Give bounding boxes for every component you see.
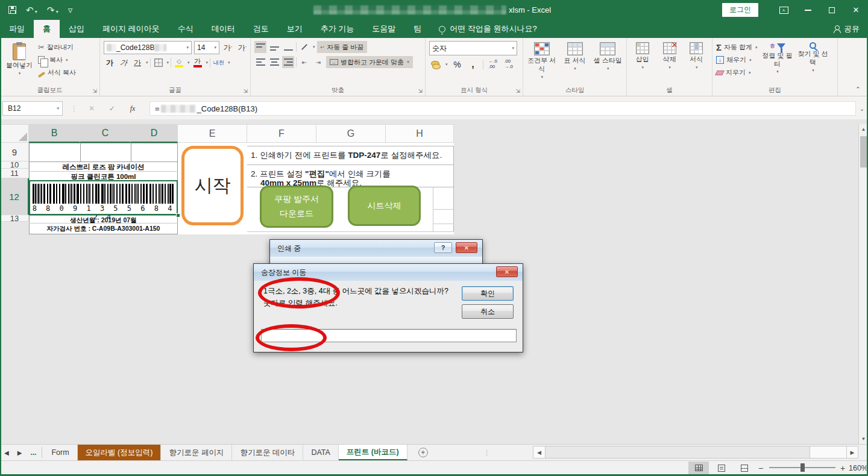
minimize-button[interactable] <box>796 0 820 20</box>
paste-button[interactable]: 붙여넣기▾ <box>4 42 35 77</box>
clipboard-dialog-launcher[interactable]: ⇲ <box>92 88 97 94</box>
cell-styles-button[interactable]: 셀 스타일▾ <box>593 41 623 72</box>
font-name-combo[interactable]: _Code128B ▾ <box>104 41 192 54</box>
bold-button[interactable]: 가 <box>104 57 116 69</box>
coupang-download-button[interactable]: 쿠팡 발주서 다운로드 <box>260 186 333 228</box>
ribbon-display-options-button[interactable]: ˄ <box>772 0 796 20</box>
tab-file[interactable]: 파일 <box>0 20 34 38</box>
row-header-10[interactable]: 10 <box>0 161 29 169</box>
horizontal-scrollbar[interactable]: ◀ ▶ <box>533 446 858 459</box>
tell-me-box[interactable]: 어떤 작업을 원하시나요? <box>430 20 545 38</box>
save-icon[interactable] <box>8 6 16 14</box>
grow-font-button[interactable]: 가ˆ <box>222 42 234 54</box>
font-dialog-launcher[interactable]: ⇲ <box>243 88 248 94</box>
printing-help-button[interactable]: ? <box>434 242 452 253</box>
row-header-9[interactable]: 9 <box>0 143 29 161</box>
page-layout-view-button[interactable] <box>711 462 732 474</box>
column-header-F[interactable]: F <box>247 124 316 143</box>
sort-filter-button[interactable]: ㅎ 정렬 및 필터▾ <box>761 41 794 75</box>
tab-addins[interactable]: 추가 기능 <box>312 20 363 38</box>
zoom-slider-thumb[interactable] <box>800 463 805 472</box>
sheet-tab-form[interactable]: Form <box>43 445 77 460</box>
row-header-13[interactable]: 13 <box>0 215 29 222</box>
printing-close-button[interactable]: ✕ <box>456 242 477 253</box>
italic-button[interactable]: 가 <box>117 57 131 69</box>
cell-inspection-no[interactable]: 자가검사 번호 : C-A09B-A303001-A150 <box>29 225 178 233</box>
row-header-12[interactable]: 12 <box>0 178 29 215</box>
normal-view-button[interactable] <box>688 462 709 474</box>
invoice-cancel-button[interactable]: 취소 <box>462 304 514 319</box>
percent-style-button[interactable]: % <box>451 58 464 70</box>
delete-cells-button[interactable]: ✕ 삭제▾ <box>658 41 682 70</box>
maximize-button[interactable] <box>820 0 844 20</box>
login-button[interactable]: 로그인 <box>722 3 758 17</box>
sheet-nav-left-icon[interactable]: ◀ <box>0 445 13 460</box>
autosum-button[interactable]: Σ자동 합계▾ <box>716 41 758 54</box>
cut-button[interactable]: ✂잘라내기 <box>38 41 76 54</box>
alignment-dialog-launcher[interactable]: ⇲ <box>418 88 423 94</box>
accounting-format-button[interactable] <box>429 58 441 70</box>
tab-insert[interactable]: 삽입 <box>60 20 93 38</box>
conditional-formatting-button[interactable]: 조건부 서식▾ <box>527 41 557 80</box>
insert-function-icon[interactable]: fx <box>124 101 141 116</box>
merge-center-button[interactable]: ↔ 병합하고 가운데 맞춤▾ <box>326 56 413 68</box>
font-size-combo[interactable]: 14▾ <box>194 41 219 54</box>
cell-mfg-date[interactable]: 생산년월 : 2019년 07월 <box>29 216 178 225</box>
sheet-tab-fragrant-page[interactable]: 향기로운 페이지 <box>161 445 232 460</box>
invoice-ok-button[interactable]: 확인 <box>462 286 514 301</box>
number-format-combo[interactable]: 숫자▾ <box>429 41 517 55</box>
copy-button[interactable]: 복사▾ <box>38 54 76 66</box>
align-left-button[interactable] <box>254 56 266 68</box>
column-header-H[interactable]: H <box>386 124 454 143</box>
shrink-font-button[interactable]: 가ˇ <box>236 42 248 54</box>
redo-icon[interactable]: ↷ ▾ <box>47 5 58 14</box>
tab-review[interactable]: 검토 <box>244 20 278 38</box>
insert-cells-button[interactable]: 삽입▾ <box>631 41 655 70</box>
wrap-text-button[interactable]: ↩ 자동 줄 바꿈 <box>317 41 368 53</box>
hscroll-right-icon[interactable]: ▶ <box>846 446 858 458</box>
tab-page-layout[interactable]: 페이지 레이아웃 <box>93 20 169 38</box>
new-sheet-button[interactable]: + <box>418 448 428 457</box>
invoice-close-button[interactable]: ✕ <box>496 266 518 277</box>
sheet-nav-right-icon[interactable]: ▶ <box>13 445 27 460</box>
share-button[interactable]: 공유 <box>833 20 860 38</box>
column-header-B[interactable]: B <box>29 124 80 143</box>
fill-color-button[interactable]: ◇ <box>173 57 185 69</box>
hscroll-left-icon[interactable]: ◀ <box>533 446 545 458</box>
format-painter-button[interactable]: 서식 복사 <box>38 66 76 79</box>
confirm-entry-icon[interactable]: ✓ <box>104 101 121 116</box>
borders-button[interactable] <box>153 57 165 69</box>
comma-style-button[interactable]: , <box>467 58 479 70</box>
tab-data[interactable]: 데이터 <box>203 20 244 38</box>
collapse-ribbon-button[interactable]: ⌃ <box>855 86 861 93</box>
vscroll-thumb[interactable] <box>860 136 867 168</box>
align-top-button[interactable] <box>254 41 266 53</box>
decrease-decimal-button[interactable]: .00→.0 <box>503 58 515 70</box>
hscroll-thumb[interactable] <box>545 446 810 458</box>
cell-product-name[interactable]: 레스쁘리 로즈 팜 카네이션 <box>29 163 178 172</box>
orientation-button[interactable] <box>298 41 310 53</box>
cancel-entry-icon[interactable]: ✕ <box>83 101 100 116</box>
page-break-view-button[interactable] <box>734 462 755 474</box>
fill-button[interactable]: ↓채우기▾ <box>716 54 758 66</box>
sheet-tab-fragrant-data[interactable]: 향기로운 데이타 <box>232 445 303 460</box>
phonetic-button[interactable]: 내천 <box>212 57 225 69</box>
tab-home[interactable]: 홈 <box>34 20 60 38</box>
tab-help[interactable]: 도움말 <box>363 20 404 38</box>
close-button[interactable]: ✕ <box>844 0 868 20</box>
sheet-more-button[interactable]: ... <box>26 445 40 460</box>
tabstrip-overflow-icon[interactable]: ⋮ <box>480 445 494 460</box>
sheet-tab-oil-label[interactable]: 오일라벨 (정보입력) <box>78 445 162 460</box>
row-header-11[interactable]: 11 <box>0 169 29 178</box>
zoom-in-button[interactable]: + <box>840 461 845 475</box>
format-as-table-button[interactable]: 표 서식▾ <box>560 41 590 72</box>
sheet-tab-print-barcode[interactable]: 프린트 (바코드) <box>339 445 407 460</box>
formula-input[interactable]: = _Code128B(B13) <box>149 101 856 116</box>
tab-team[interactable]: 팀 <box>404 20 430 38</box>
font-color-button[interactable]: 가 <box>192 57 204 69</box>
align-bottom-button[interactable] <box>282 41 294 53</box>
start-macro-button[interactable]: 시작 <box>181 146 244 225</box>
column-header-G[interactable]: G <box>316 124 386 143</box>
name-box-dropdown-icon[interactable]: ▾ <box>57 106 59 111</box>
undo-icon[interactable]: ↶ ▾ <box>26 5 37 14</box>
